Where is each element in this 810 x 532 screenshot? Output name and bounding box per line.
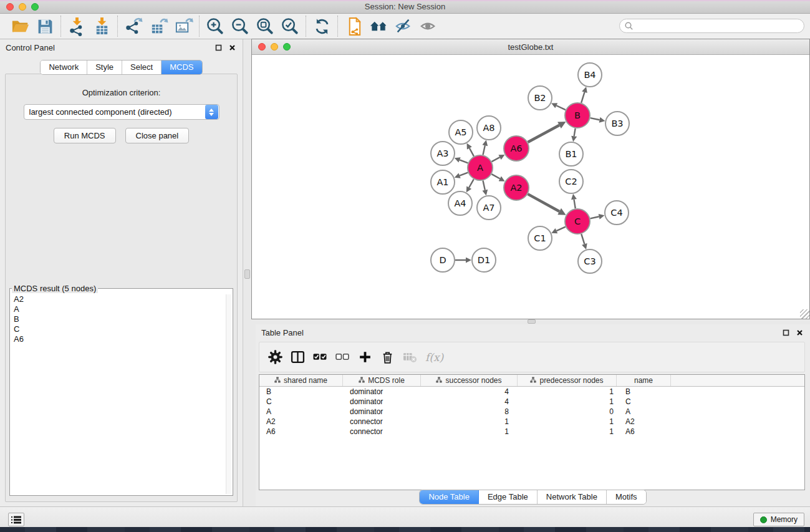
- graph-edge-B-B1[interactable]: [574, 128, 576, 137]
- graph-node-A[interactable]: A: [468, 155, 493, 180]
- result-item[interactable]: A: [11, 304, 225, 314]
- create-column-button[interactable]: [355, 348, 374, 367]
- network-document-button[interactable]: [341, 15, 366, 37]
- table-row[interactable]: A6connector11A6: [259, 427, 804, 437]
- graph-edge-A-A2[interactable]: [491, 174, 499, 178]
- table-row[interactable]: Adominator80A: [259, 407, 804, 417]
- graph-edge-B-B4[interactable]: [581, 92, 584, 103]
- horizontal-splitter-grip[interactable]: [528, 319, 536, 324]
- graph-node-D[interactable]: D: [431, 248, 455, 272]
- graph-node-C[interactable]: C: [565, 209, 590, 234]
- graph-node-A5[interactable]: A5: [449, 120, 473, 144]
- table-cell[interactable]: 1: [518, 417, 617, 426]
- result-item[interactable]: A6: [11, 334, 225, 344]
- function-builder-button[interactable]: f(x): [425, 351, 443, 364]
- table-cell[interactable]: 1: [518, 397, 617, 406]
- table-cell[interactable]: 1: [421, 417, 518, 426]
- table-cell[interactable]: 1: [421, 427, 518, 436]
- delete-column-button[interactable]: [378, 348, 397, 367]
- table-cell[interactable]: dominator: [343, 407, 421, 416]
- column-header-shared-name[interactable]: shared name: [259, 375, 343, 386]
- run-mcds-button[interactable]: Run MCDS: [54, 128, 116, 143]
- table-cell[interactable]: B: [259, 387, 343, 396]
- criterion-dropdown[interactable]: largest connected component (directed): [24, 104, 219, 120]
- tab-mcds[interactable]: MCDS: [162, 60, 201, 74]
- graph-edge-C-C1[interactable]: [556, 227, 565, 231]
- column-header-successor-nodes[interactable]: successor nodes: [421, 375, 518, 386]
- table-cell[interactable]: B: [617, 387, 671, 396]
- column-header-predecessor-nodes[interactable]: predecessor nodes: [518, 375, 617, 386]
- float-panel-icon[interactable]: [213, 42, 223, 52]
- vertical-splitter-grip[interactable]: [244, 269, 250, 279]
- import-table-button[interactable]: [89, 15, 114, 37]
- close-panel-button[interactable]: Close panel: [125, 128, 190, 143]
- tab-motifs[interactable]: Motifs: [607, 490, 646, 504]
- mcds-result-list[interactable]: A2ABCA6: [11, 294, 225, 494]
- graph-node-A2[interactable]: A2: [504, 175, 529, 200]
- hide-details-button[interactable]: [391, 15, 416, 37]
- graph-node-C3[interactable]: C3: [578, 249, 602, 273]
- graph-node-C2[interactable]: C2: [559, 170, 583, 193]
- graph-edge-C-C3[interactable]: [581, 234, 584, 244]
- zoom-out-button[interactable]: [228, 15, 253, 37]
- table-settings-button[interactable]: [266, 348, 284, 367]
- graph-node-B1[interactable]: B1: [559, 142, 583, 166]
- graph-node-A7[interactable]: A7: [477, 196, 501, 220]
- graph-edge-A-A6[interactable]: [492, 157, 500, 162]
- network-window-titlebar[interactable]: testGlobe.txt: [252, 39, 809, 55]
- table-row[interactable]: A2connector11A2: [259, 417, 804, 427]
- table-cell[interactable]: 1: [518, 427, 617, 436]
- graph-node-D1[interactable]: D1: [472, 248, 496, 272]
- column-header-name[interactable]: name: [617, 375, 671, 386]
- network-canvas[interactable]: AA2A6BCA1A3A4A5A7A8B1B2B3B4C1C2C3C4DD1: [252, 55, 809, 319]
- graph-node-A3[interactable]: A3: [431, 142, 455, 165]
- deselect-all-button[interactable]: [333, 348, 352, 367]
- table-cell[interactable]: A2: [259, 417, 343, 426]
- zoom-in-button[interactable]: [203, 15, 228, 37]
- zoom-fit-button[interactable]: [253, 15, 277, 37]
- graph-node-A4[interactable]: A4: [448, 191, 472, 215]
- graph-node-B4[interactable]: B4: [578, 63, 602, 87]
- table-cell[interactable]: 0: [518, 407, 617, 416]
- houses-button[interactable]: [366, 15, 391, 37]
- table-cell[interactable]: 4: [421, 387, 518, 396]
- export-image-button[interactable]: [171, 15, 196, 37]
- result-item[interactable]: B: [11, 314, 225, 324]
- tab-select[interactable]: Select: [122, 60, 162, 74]
- show-details-button[interactable]: [416, 15, 441, 37]
- graph-edge-A-A1[interactable]: [460, 173, 468, 176]
- tab-style[interactable]: Style: [87, 60, 122, 74]
- search-input[interactable]: [636, 22, 804, 31]
- result-item[interactable]: C: [11, 324, 225, 334]
- select-all-button[interactable]: [311, 348, 329, 367]
- tab-network-table[interactable]: Network Table: [538, 490, 607, 504]
- export-table-button[interactable]: [146, 15, 171, 37]
- graph-node-B3[interactable]: B3: [605, 112, 629, 135]
- column-header-MCDS-role[interactable]: MCDS role: [343, 375, 421, 386]
- graph-edge-C-C4[interactable]: [590, 216, 599, 218]
- graph-edge-A6-B[interactable]: [528, 125, 559, 142]
- graph-node-C1[interactable]: C1: [528, 226, 552, 250]
- table-cell[interactable]: 4: [421, 397, 518, 406]
- graph-node-A8[interactable]: A8: [477, 116, 501, 140]
- task-history-button[interactable]: [8, 513, 24, 526]
- tab-edge-table[interactable]: Edge Table: [479, 490, 538, 504]
- import-network-button[interactable]: [64, 15, 89, 37]
- table-row[interactable]: Cdominator41C: [259, 397, 804, 407]
- tab-network[interactable]: Network: [41, 60, 87, 74]
- graph-edge-C-C2[interactable]: [574, 200, 575, 209]
- table-cell[interactable]: connector: [343, 417, 421, 426]
- table-cell[interactable]: A: [259, 407, 343, 416]
- resize-grip-icon[interactable]: [800, 309, 809, 319]
- graph-edge-A-A8[interactable]: [483, 145, 485, 155]
- graph-edge-B-B3[interactable]: [591, 118, 600, 120]
- table-cell[interactable]: 1: [518, 387, 617, 396]
- memory-button[interactable]: Memory: [753, 513, 804, 526]
- graph-edge-A-A3[interactable]: [460, 160, 468, 163]
- graph-edge-A2-C[interactable]: [528, 194, 559, 211]
- table-cell[interactable]: C: [259, 397, 343, 406]
- graph-node-A6[interactable]: A6: [504, 136, 529, 161]
- table-cell[interactable]: A: [617, 407, 671, 416]
- table-cell[interactable]: C: [617, 397, 671, 406]
- tab-node-table[interactable]: Node Table: [420, 490, 479, 504]
